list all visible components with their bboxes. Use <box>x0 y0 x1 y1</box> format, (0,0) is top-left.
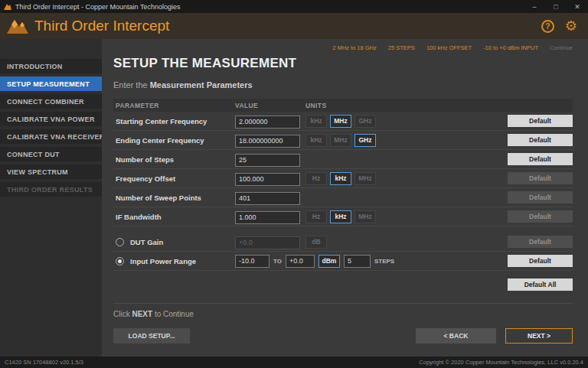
summary-continue-hint: Continue <box>550 44 573 51</box>
dut-gain-input <box>235 236 300 249</box>
unit-khz-button[interactable]: kHz <box>305 115 327 128</box>
if-bandwidth-input[interactable] <box>235 211 300 224</box>
table-row: Frequency Offset Hz kHz MHz Default <box>113 169 573 188</box>
to-label: TO <box>273 258 282 265</box>
sidebar-item-connect-dut[interactable]: CONNECT DUT <box>0 147 102 161</box>
default-button[interactable]: Default <box>508 115 573 127</box>
input-power-range-radio[interactable] <box>116 257 124 265</box>
param-label-if-bandwidth: IF Bandwidth <box>116 213 162 221</box>
unit-khz-button[interactable]: kHz <box>305 134 327 147</box>
unit-db-button: dB <box>305 236 327 249</box>
section-gap <box>113 226 573 233</box>
frequency-offset-input[interactable] <box>235 173 300 186</box>
sidebar-item-connect-combiner[interactable]: CONNECT COMBINER <box>0 94 102 109</box>
unit-mhz-button[interactable]: MHz <box>354 172 376 185</box>
number-of-steps-input[interactable] <box>235 154 300 167</box>
default-button[interactable]: Default <box>508 134 573 146</box>
back-button[interactable]: < BACK <box>416 328 496 344</box>
maximize-button[interactable]: □ <box>545 0 567 13</box>
gear-icon[interactable]: ⚙ <box>565 19 577 33</box>
parameters-table: PARAMETER VALUE UNITS Starting Center Fr… <box>113 99 573 271</box>
table-row: Number of Steps Default <box>113 150 573 169</box>
unit-hz-button[interactable]: Hz <box>305 210 327 223</box>
status-bar: C1420 SN 17048802 v20.1.5/3 Copyright © … <box>0 357 588 368</box>
default-button: Default <box>508 236 573 248</box>
sidebar-item-third-order-results: THIRD ORDER RESULTS <box>0 182 102 197</box>
status-left: C1420 SN 17048802 v20.1.5/3 <box>5 359 83 366</box>
app-header: Third Order Intercept ? ⚙ <box>0 13 588 39</box>
header-value: VALUE <box>235 102 258 109</box>
sidebar-item-view-spectrum[interactable]: VIEW SPECTRUM <box>0 164 102 179</box>
input-power-to-input[interactable] <box>286 255 315 268</box>
param-label-dut-gain: DUT Gain <box>130 238 163 246</box>
status-right: Copyright © 2020 Copper Mountain Technol… <box>419 359 583 366</box>
table-header: PARAMETER VALUE UNITS <box>113 99 573 112</box>
app-title: Third Order Intercept <box>34 18 541 34</box>
header-units: UNITS <box>305 102 327 109</box>
param-label-ending-center-frequency: Ending Center Frequency <box>116 136 204 145</box>
default-button: Default <box>508 191 573 204</box>
ending-center-frequency-input[interactable] <box>235 135 300 148</box>
steps-label: STEPS <box>374 258 394 265</box>
unit-khz-button[interactable]: kHz <box>330 210 351 223</box>
subtitle-prefix: Enter the <box>113 80 150 90</box>
unit-khz-button[interactable]: kHz <box>330 172 351 185</box>
page-subtitle: Enter the Measurement Parameters <box>113 80 573 90</box>
window-title: Third Order Intercept - Copper Mountain … <box>15 3 524 11</box>
table-row: Input Power Range TO dBm STEPS Default <box>113 252 573 271</box>
unit-mhz-button[interactable]: MHz <box>330 115 351 128</box>
next-hint: Click NEXT to Continue <box>113 310 573 318</box>
default-button: Default <box>508 172 573 184</box>
table-row: IF Bandwidth Hz kHz MHz Default <box>113 207 573 226</box>
default-button: Default <box>508 210 573 223</box>
summary-input-power: -10 to +0 dBm INPUT <box>483 44 538 51</box>
copper-mountain-logo <box>6 18 29 35</box>
starting-center-frequency-input[interactable] <box>235 116 300 129</box>
summary-steps: 25 STEPS <box>388 44 415 51</box>
sidebar-item-introduction[interactable]: INTRODUCTION <box>0 59 102 73</box>
unit-dbm-button[interactable]: dBm <box>318 255 340 268</box>
main-panel: 2 MHz to 18 GHz 25 STEPS 100 kHz OFFSET … <box>102 39 588 357</box>
app-icon <box>4 3 11 11</box>
unit-mhz-button[interactable]: MHz <box>354 210 376 223</box>
power-steps-input[interactable] <box>344 255 371 268</box>
page-title: SETUP THE MEASUREMENT <box>113 56 573 71</box>
param-label-input-power-range: Input Power Range <box>130 257 196 265</box>
hint-bold: NEXT <box>132 310 152 318</box>
setup-summary: 2 MHz to 18 GHz 25 STEPS 100 kHz OFFSET … <box>113 39 573 53</box>
sidebar-item-calibrate-vna-power[interactable]: CALIBRATE VNA POWER <box>0 112 102 126</box>
unit-mhz-button[interactable]: MHz <box>330 134 351 147</box>
unit-ghz-button[interactable]: GHz <box>354 134 376 147</box>
param-label-number-of-steps: Number of Steps <box>116 155 174 164</box>
number-of-sweep-points-input[interactable] <box>235 192 300 205</box>
input-power-from-input[interactable] <box>235 255 270 268</box>
sidebar-item-calibrate-vna-receiver[interactable]: CALIBRATE VNA RECEIVER <box>0 129 102 144</box>
param-label-frequency-offset: Frequency Offset <box>116 174 175 183</box>
table-row: Starting Center Frequency kHz MHz GHz De… <box>113 112 573 131</box>
sidebar-item-setup-measurement[interactable]: SETUP MEASUREMENT <box>0 77 102 91</box>
help-icon[interactable]: ? <box>541 20 554 33</box>
next-button[interactable]: NEXT > <box>505 328 573 344</box>
default-button[interactable]: Default <box>508 153 573 165</box>
param-label-number-of-sweep-points: Number of Sweep Points <box>116 194 201 202</box>
minimize-button[interactable]: – <box>524 0 545 13</box>
summary-offset: 100 kHz OFFSET <box>426 44 472 51</box>
load-setup-button[interactable]: LOAD SETUP... <box>113 328 190 344</box>
summary-freq-range: 2 MHz to 18 GHz <box>332 44 377 51</box>
param-label-starting-center-frequency: Starting Center Frequency <box>116 117 207 125</box>
default-button[interactable]: Default <box>508 255 573 267</box>
divider <box>113 303 573 304</box>
wizard-sidebar: INTRODUCTION SETUP MEASUREMENT CONNECT C… <box>0 39 102 357</box>
unit-ghz-button[interactable]: GHz <box>354 115 376 128</box>
table-row: DUT Gain dB Default <box>113 233 573 252</box>
hint-suffix: to Continue <box>152 310 194 318</box>
table-row: Ending Center Frequency kHz MHz GHz Defa… <box>113 131 573 150</box>
dut-gain-radio[interactable] <box>116 238 124 246</box>
default-all-button[interactable]: Default All <box>508 278 573 291</box>
close-button[interactable]: ✕ <box>567 0 588 13</box>
header-parameter: PARAMETER <box>116 102 159 109</box>
window-titlebar: Third Order Intercept - Copper Mountain … <box>0 0 588 13</box>
hint-prefix: Click <box>113 310 132 318</box>
unit-hz-button[interactable]: Hz <box>305 172 327 185</box>
table-row: Number of Sweep Points Default <box>113 188 573 207</box>
